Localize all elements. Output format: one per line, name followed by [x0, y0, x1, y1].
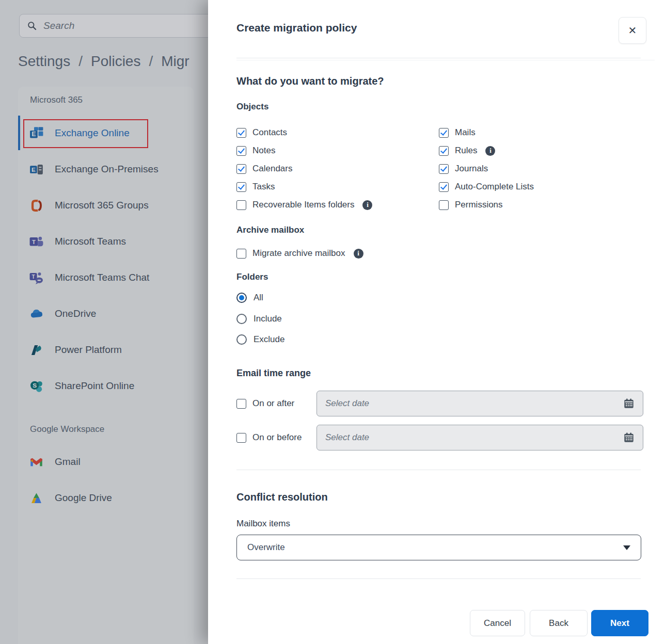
on-or-after-checkbox[interactable]: [236, 399, 246, 409]
conflict-resolution-heading: Conflict resolution: [236, 491, 328, 503]
notes-checkbox[interactable]: [236, 146, 246, 156]
checkbox-row-calendars[interactable]: Calendars: [236, 162, 293, 175]
mailbox-items-selected-value: Overwrite: [247, 542, 623, 553]
divider: [236, 578, 641, 579]
recoverable-items-checkbox[interactable]: [236, 200, 246, 210]
checkbox-row-journals[interactable]: Journals: [439, 162, 488, 175]
checkbox-row-notes[interactable]: Notes: [236, 144, 275, 157]
divider: [236, 470, 641, 470]
info-icon[interactable]: i: [354, 249, 363, 259]
permissions-checkbox[interactable]: [439, 200, 449, 210]
close-icon: ✕: [628, 24, 637, 37]
cancel-button[interactable]: Cancel: [470, 610, 525, 636]
checkbox-row-contacts[interactable]: Contacts: [236, 126, 287, 139]
divider: [236, 60, 655, 60]
on-or-after-date-field[interactable]: [316, 391, 643, 416]
exclude-radio[interactable]: [236, 334, 247, 345]
rules-checkbox[interactable]: [439, 146, 449, 156]
checkbox-row-permissions[interactable]: Permissions: [439, 198, 503, 212]
on-or-after-date-input[interactable]: [325, 398, 623, 409]
radio-row-include[interactable]: Include: [236, 313, 282, 325]
divider: [236, 58, 641, 58]
create-migration-policy-modal: Create migration policy ✕ What do you wa…: [208, 0, 665, 644]
checkbox-row-mails[interactable]: Mails: [439, 126, 476, 139]
next-button[interactable]: Next: [591, 610, 648, 636]
migrate-heading: What do you want to migrate?: [236, 75, 384, 87]
radio-row-all[interactable]: All: [236, 292, 263, 304]
back-button[interactable]: Back: [530, 610, 588, 636]
checkbox-row-rules[interactable]: Rules i: [439, 144, 495, 157]
mailbox-items-select[interactable]: Overwrite: [236, 535, 641, 560]
archive-mailbox-label: Archive mailbox: [236, 225, 304, 235]
contacts-checkbox[interactable]: [236, 128, 246, 138]
info-icon[interactable]: i: [485, 146, 495, 156]
calendars-checkbox[interactable]: [236, 164, 246, 174]
checkbox-row-tasks[interactable]: Tasks: [236, 180, 275, 194]
all-radio[interactable]: [236, 293, 247, 303]
email-time-range-label: Email time range: [236, 368, 311, 379]
chevron-down-icon: [623, 545, 630, 550]
info-icon[interactable]: i: [362, 200, 372, 210]
objects-label: Objects: [236, 102, 268, 112]
checkbox-row-auto-complete-lists[interactable]: Auto-Complete Lists: [439, 180, 534, 194]
calendar-icon[interactable]: [623, 432, 635, 443]
tasks-checkbox[interactable]: [236, 182, 246, 192]
mailbox-items-label: Mailbox items: [236, 519, 290, 529]
folders-label: Folders: [236, 272, 268, 282]
checkbox-row-on-or-after[interactable]: On or after: [236, 397, 294, 410]
checkbox-row-recoverable-items[interactable]: Recoverable Items folders i: [236, 198, 372, 212]
auto-complete-lists-checkbox[interactable]: [439, 182, 449, 192]
include-radio[interactable]: [236, 314, 247, 324]
journals-checkbox[interactable]: [439, 164, 449, 174]
calendar-icon[interactable]: [623, 398, 635, 409]
on-or-before-date-input[interactable]: [325, 432, 623, 443]
close-button[interactable]: ✕: [619, 17, 646, 44]
checkbox-row-migrate-archive-mailbox[interactable]: Migrate archive mailbox i: [236, 247, 363, 260]
on-or-before-date-field[interactable]: [316, 425, 643, 450]
radio-row-exclude[interactable]: Exclude: [236, 333, 284, 346]
migrate-archive-mailbox-checkbox[interactable]: [236, 249, 246, 259]
checkbox-row-on-or-before[interactable]: On or before: [236, 431, 302, 444]
mails-checkbox[interactable]: [439, 128, 449, 138]
modal-title: Create migration policy: [236, 22, 357, 34]
on-or-before-checkbox[interactable]: [236, 433, 246, 443]
